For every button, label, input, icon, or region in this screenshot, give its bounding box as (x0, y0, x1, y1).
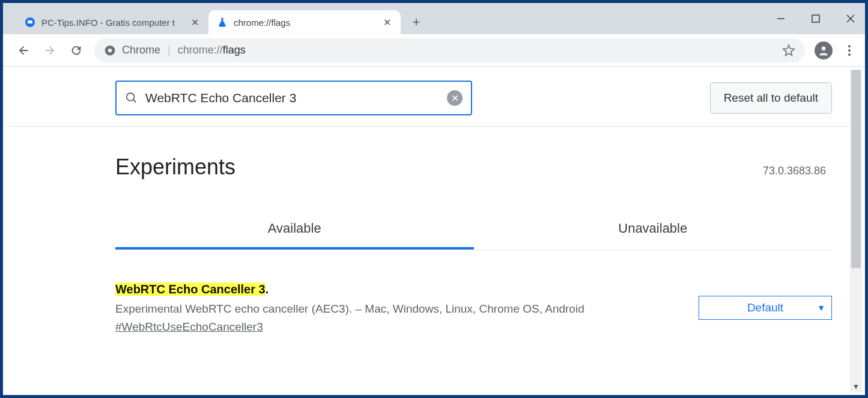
vertical-scrollbar[interactable]: ▼ (850, 70, 862, 392)
flags-tabs: Available Unavailable (115, 210, 832, 250)
flask-icon (217, 17, 228, 28)
browser-tabstrip: PC-Tips.INFO - Gratis computer t ✕ chrom… (3, 3, 865, 34)
bookmark-star-icon[interactable] (782, 44, 795, 57)
flags-search-input[interactable] (145, 91, 440, 105)
address-bar[interactable]: Chrome | chrome://flags (94, 38, 805, 63)
chevron-down-icon: ▼ (817, 303, 825, 313)
tab-title: PC-Tips.INFO - Gratis computer t (41, 17, 183, 28)
flag-title-highlight: WebRTC Echo Canceller 3 (115, 283, 266, 296)
reset-all-button[interactable]: Reset all to default (710, 82, 832, 114)
reload-button[interactable] (68, 42, 85, 59)
page-content: ✕ Reset all to default Experiments 73.0.… (6, 70, 850, 392)
flag-anchor-link[interactable]: #WebRtcUseEchoCanceller3 (115, 320, 263, 334)
forward-button[interactable] (41, 42, 58, 59)
browser-tab-active[interactable]: chrome://flags ✕ (208, 10, 401, 34)
svg-point-9 (127, 93, 135, 101)
new-tab-button[interactable]: + (405, 11, 427, 33)
chrome-version: 73.0.3683.86 (763, 165, 826, 177)
page-title: Experiments (115, 155, 235, 180)
search-icon (125, 91, 138, 105)
svg-point-8 (822, 46, 826, 51)
flag-dropdown[interactable]: Default ▼ (699, 296, 832, 320)
flag-entry: WebRTC Echo Canceller 3. Experimental We… (115, 283, 832, 334)
pctips-favicon-icon (25, 17, 35, 28)
flag-title: WebRTC Echo Canceller 3. (115, 283, 675, 296)
chrome-icon: Chrome (104, 44, 160, 57)
scroll-down-icon[interactable]: ▼ (850, 382, 862, 391)
svg-point-7 (108, 48, 112, 52)
minimize-button[interactable] (772, 10, 789, 27)
tab-available[interactable]: Available (115, 210, 474, 250)
flag-description: Experimental WebRTC echo canceller (AEC3… (115, 302, 675, 316)
tab-title: chrome://flags (234, 17, 375, 28)
close-tab-icon[interactable]: ✕ (381, 17, 392, 28)
svg-rect-1 (28, 20, 32, 23)
clear-search-icon[interactable]: ✕ (447, 90, 463, 106)
svg-rect-3 (812, 15, 819, 22)
close-window-button[interactable] (842, 10, 859, 27)
back-button[interactable] (15, 42, 32, 59)
flags-search-field[interactable]: ✕ (115, 81, 472, 115)
close-tab-icon[interactable]: ✕ (189, 17, 200, 28)
url-path: flags (223, 44, 246, 56)
svg-line-10 (133, 100, 136, 103)
omnibox-divider: | (168, 44, 171, 57)
scrollbar-thumb[interactable] (851, 70, 861, 268)
menu-button[interactable] (842, 45, 857, 56)
omnibox-label: Chrome (122, 44, 160, 57)
tab-unavailable[interactable]: Unavailable (474, 210, 833, 250)
browser-toolbar: Chrome | chrome://flags (3, 34, 865, 67)
flag-dropdown-value: Default (747, 301, 783, 314)
maximize-button[interactable] (807, 10, 824, 27)
url-scheme: chrome:// (178, 44, 223, 56)
profile-avatar-icon[interactable] (815, 41, 833, 60)
window-controls (772, 3, 859, 34)
browser-tab-inactive[interactable]: PC-Tips.INFO - Gratis computer t ✕ (16, 10, 208, 34)
